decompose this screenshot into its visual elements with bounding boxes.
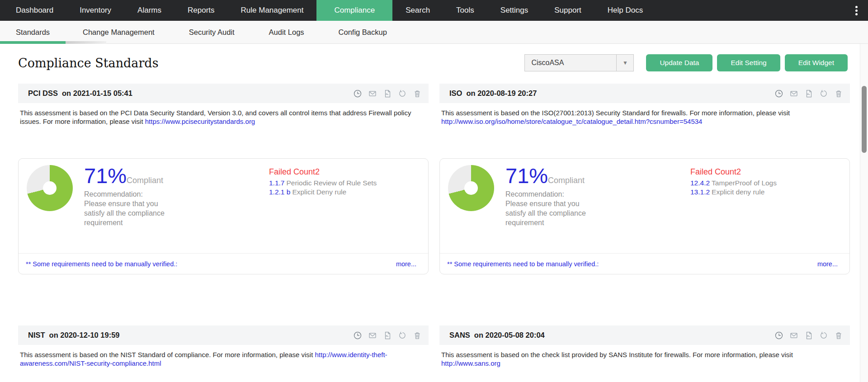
compliance-donut-chart [27,165,73,211]
compliance-card-footer: ** Some requirements need to be manually… [440,253,849,274]
vertical-scrollbar[interactable] [860,44,868,382]
widget-iso: ISO on 2020-08-19 20:27 This assessment … [439,84,850,274]
pdf-export-icon[interactable] [805,90,813,98]
nav-item-inventory[interactable]: Inventory [66,0,124,21]
failed-rule-item: 13.1.2Explicit deny rule [690,188,840,197]
nav-item-alarms[interactable]: Alarms [124,0,175,21]
failed-count-title: Failed Count2 [269,167,418,177]
compliance-card-footer: ** Some requirements need to be manually… [19,253,428,274]
compliance-card: 71% Compliant Recommendation: Please ens… [439,158,850,274]
standard-link[interactable]: http://www.sans.org [441,359,500,367]
widget-timestamp: on 2020-08-19 20:27 [466,89,537,98]
nav-item-support[interactable]: Support [541,0,594,21]
refresh-icon[interactable] [820,90,828,98]
tab-standards[interactable]: Standards [0,21,66,43]
delete-icon[interactable] [835,331,843,340]
failed-count-title: Failed Count2 [690,167,840,177]
widget-title: NIST [28,331,45,340]
standards-widget-grid: PCI DSS on 2021-01-15 05:41 This assessm… [18,84,850,368]
widget-timestamp: on 2021-01-15 05:41 [62,89,132,98]
email-icon[interactable] [790,331,798,340]
tab-config-backup[interactable]: Config Backup [321,21,404,43]
refresh-icon[interactable] [398,90,406,98]
widget-header: SANS on 2020-05-08 20:04 [439,325,850,345]
pdf-export-icon[interactable] [383,90,392,98]
failed-count-block: Failed Count2 12.4.2TamperProof of Logs … [690,165,840,253]
email-icon[interactable] [368,90,377,98]
nav-item-search[interactable]: Search [392,0,443,21]
more-link[interactable]: more... [396,260,416,268]
more-link[interactable]: more... [817,260,838,268]
edit-widget-button[interactable]: Edit Widget [785,54,848,71]
widget-header-icons [775,331,843,340]
device-selector-value: CiscoASA [525,59,564,67]
refresh-icon[interactable] [820,331,828,340]
schedule-icon[interactable] [354,331,362,340]
edit-setting-button[interactable]: Edit Setting [717,54,780,71]
compliance-percent: 71% [84,165,127,186]
standard-link[interactable]: https://www.pcisecuritystandards.org [145,118,255,125]
widget-header: NIST on 2020-12-10 19:59 [18,325,429,345]
nav-item-dashboard[interactable]: Dashboard [3,0,66,21]
standard-link[interactable]: http://www.iso.org/iso/home/store/catalo… [441,118,702,125]
widget-header-icons [775,90,843,98]
failed-rule-link[interactable]: 12.4.2 [690,179,710,187]
widget-title: PCI DSS [28,89,58,98]
manual-verify-note[interactable]: ** Some requirements need to be manually… [26,260,177,268]
delete-icon[interactable] [835,90,843,98]
tab-underline-shadow [66,41,106,44]
recommendation-text: Recommendation: Please ensure that you s… [84,189,165,227]
nav-item-tools[interactable]: Tools [443,0,487,21]
widget-title: ISO [449,89,462,98]
compliance-percent: 71% [505,165,548,186]
widget-description: This assessment is based on the check li… [441,350,848,368]
pdf-export-icon[interactable] [383,331,392,340]
widget-pci-dss: PCI DSS on 2021-01-15 05:41 This assessm… [18,84,429,274]
failed-rule-link[interactable]: 13.1.2 [690,188,710,196]
tab-security-audit[interactable]: Security Audit [172,21,252,43]
widget-description: This assessment is based on the PCI Data… [20,108,427,126]
pdf-export-icon[interactable] [805,331,813,340]
widget-header-icons [354,90,421,98]
compliance-card-body: 71% Compliant Recommendation: Please ens… [440,159,849,253]
update-data-button[interactable]: Update Data [646,54,712,71]
tab-audit-logs[interactable]: Audit Logs [252,21,321,43]
compliance-donut-chart [448,165,494,211]
delete-icon[interactable] [413,331,421,340]
page-title: Compliance Standards [18,56,159,70]
widget-sans: SANS on 2020-05-08 20:04 This assessment… [439,325,850,368]
nav-item-reports[interactable]: Reports [175,0,228,21]
delete-icon[interactable] [413,90,421,98]
tab-change-management[interactable]: Change Management [66,21,172,43]
nav-item-help-docs[interactable]: Help Docs [594,0,656,21]
compliance-stats: 71% Compliant Recommendation: Please ens… [505,165,586,253]
failed-rule-item: 12.4.2TamperProof of Logs [690,179,840,188]
nav-item-compliance[interactable]: Compliance [316,0,392,21]
schedule-icon[interactable] [775,331,783,340]
schedule-icon[interactable] [354,90,362,98]
failed-rule-link[interactable]: 1.1.7 [269,179,284,187]
device-selector[interactable]: CiscoASA ▼ [524,54,634,71]
widget-description: This assessment is based on the NIST Sta… [20,350,427,368]
failed-rule-item: 1.1.7Periodic Review of Rule Sets [269,179,418,188]
email-icon[interactable] [368,331,377,340]
failed-rule-item: 1.2.1 bExplicit Deny rule [269,188,418,197]
widget-header: ISO on 2020-08-19 20:27 [439,84,850,103]
toolbar-controls: CiscoASA ▼ Update Data Edit Setting Edit… [524,54,848,71]
widget-nist: NIST on 2020-12-10 19:59 This assessment… [18,325,429,368]
nav-item-rule-management[interactable]: Rule Management [228,0,317,21]
manual-verify-note[interactable]: ** Some requirements need to be manually… [447,260,599,268]
schedule-icon[interactable] [775,90,783,98]
widget-header-icons [354,331,421,340]
email-icon[interactable] [790,90,798,98]
widget-timestamp: on 2020-12-10 19:59 [49,331,120,340]
page-toolbar: Compliance Standards CiscoASA ▼ Update D… [18,52,848,74]
compliance-card: 71% Compliant Recommendation: Please ens… [18,158,429,274]
refresh-icon[interactable] [398,331,406,340]
nav-item-settings[interactable]: Settings [487,0,541,21]
chevron-down-icon[interactable]: ▼ [616,55,633,71]
failed-rule-link[interactable]: 1.2.1 b [269,188,290,196]
scrollbar-thumb[interactable] [862,86,867,153]
more-menu-icon[interactable] [844,0,868,21]
recommendation-text: Recommendation: Please ensure that you s… [505,189,586,227]
